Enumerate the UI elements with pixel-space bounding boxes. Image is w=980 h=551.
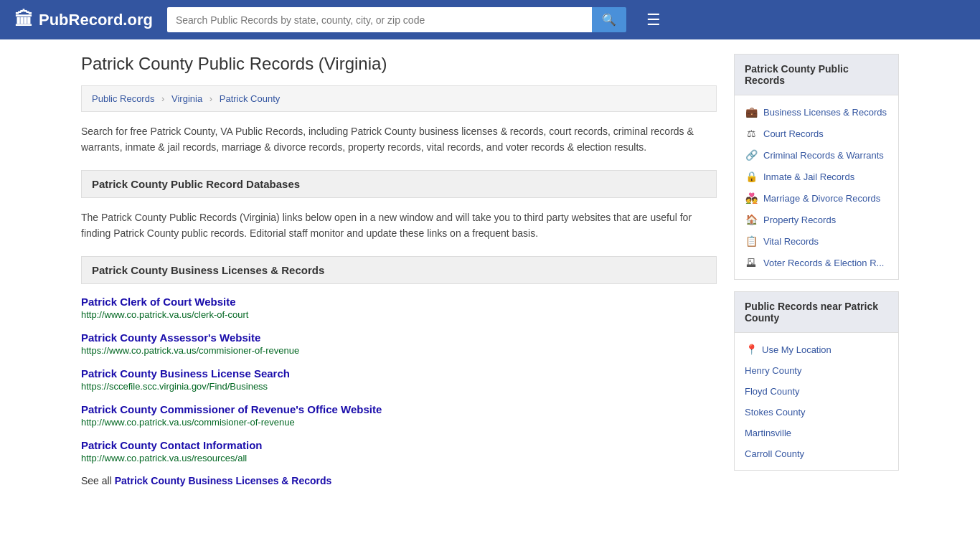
sidebar-nearby-box: Public Records near Patrick County 📍 Use…	[734, 291, 899, 471]
menu-button[interactable]: ☰	[646, 12, 661, 28]
sidebar-link-vital-label: Vital Records	[763, 236, 819, 247]
databases-section-header: Patrick County Public Record Databases	[81, 170, 717, 198]
databases-info-text: The Patrick County Public Records (Virgi…	[81, 209, 717, 242]
see-all-text: See all	[81, 475, 115, 486]
search-button[interactable]: 🔍	[592, 7, 626, 32]
record-url-3[interactable]: http://www.co.patrick.va.us/commisioner-…	[81, 417, 717, 428]
record-entry-0: Patrick Clerk of Court Website http://ww…	[81, 296, 717, 320]
record-url-2[interactable]: https://sccefile.scc.virginia.gov/Find/B…	[81, 381, 717, 392]
sidebar-link-voter-label: Voter Records & Election R...	[763, 258, 884, 268]
main-container: Patrick County Public Records (Virginia)…	[60, 39, 920, 501]
page-description: Search for free Patrick County, VA Publi…	[81, 123, 717, 156]
house-icon: 🏠	[745, 214, 758, 225]
location-icon: 📍	[745, 344, 758, 355]
clipboard-icon: 📋	[745, 235, 758, 247]
sidebar-public-records-body: 💼 Business Licenses & Records ⚖ Court Re…	[735, 95, 898, 279]
sidebar-nearby-henry[interactable]: Henry County	[735, 360, 898, 381]
page-title: Patrick County Public Records (Virginia)	[81, 54, 717, 74]
sidebar-link-voter[interactable]: 🗳 Voter Records & Election R...	[735, 252, 898, 273]
sidebar-link-court-label: Court Records	[763, 128, 824, 139]
record-title-4[interactable]: Patrick County Contact Information	[81, 439, 263, 451]
sidebar-link-vital[interactable]: 📋 Vital Records	[735, 230, 898, 252]
see-all-line: See all Patrick County Business Licenses…	[81, 475, 717, 486]
search-icon: 🔍	[602, 14, 616, 26]
rings-icon: 💑	[745, 192, 758, 204]
sidebar-nearby-carroll[interactable]: Carroll County	[735, 443, 898, 464]
sidebar-link-property[interactable]: 🏠 Property Records	[735, 209, 898, 230]
sidebar-link-inmate-label: Inmate & Jail Records	[763, 171, 854, 182]
sidebar-link-marriage[interactable]: 💑 Marriage & Divorce Records	[735, 187, 898, 209]
see-all-link[interactable]: Patrick County Business Licenses & Recor…	[115, 475, 332, 486]
logo[interactable]: 🏛 PubRecord.org	[14, 9, 153, 31]
record-entry-4: Patrick County Contact Information http:…	[81, 439, 717, 463]
logo-text: PubRecord.org	[39, 11, 153, 29]
breadcrumb-link-public-records[interactable]: Public Records	[92, 93, 154, 104]
record-title-3[interactable]: Patrick County Commissioner of Revenue's…	[81, 403, 382, 415]
scales-icon: ⚖	[745, 128, 758, 139]
record-url-0[interactable]: http://www.co.patrick.va.us/clerk-of-cou…	[81, 309, 717, 320]
sidebar-link-property-label: Property Records	[763, 215, 836, 225]
breadcrumb-link-virginia[interactable]: Virginia	[171, 93, 202, 104]
ballot-icon: 🗳	[745, 257, 758, 268]
sidebar-link-inmate[interactable]: 🔒 Inmate & Jail Records	[735, 166, 898, 187]
sidebar-public-records-header: Patrick County Public Records	[735, 55, 898, 95]
breadcrumb-link-patrick-county[interactable]: Patrick County	[220, 93, 281, 104]
breadcrumb-sep-1: ›	[161, 93, 164, 104]
record-url-4[interactable]: http://www.co.patrick.va.us/resources/al…	[81, 453, 717, 463]
sidebar-link-business[interactable]: 💼 Business Licenses & Records	[735, 101, 898, 123]
sidebar-link-court[interactable]: ⚖ Court Records	[735, 123, 898, 144]
breadcrumb: Public Records › Virginia › Patrick Coun…	[81, 85, 717, 112]
sidebar-link-criminal[interactable]: 🔗 Criminal Records & Warrants	[735, 144, 898, 166]
logo-icon: 🏛	[14, 9, 33, 31]
menu-icon: ☰	[646, 11, 661, 29]
record-title-2[interactable]: Patrick County Business License Search	[81, 367, 290, 380]
records-list: Patrick Clerk of Court Website http://ww…	[81, 296, 717, 463]
record-title-1[interactable]: Patrick County Assessor's Website	[81, 331, 260, 344]
site-header: 🏛 PubRecord.org 🔍 ☰	[0, 0, 980, 39]
business-section-header: Patrick County Business Licenses & Recor…	[81, 256, 717, 284]
lock-icon: 🔒	[745, 171, 758, 182]
sidebar-public-records-box: Patrick County Public Records 💼 Business…	[734, 54, 899, 280]
record-entry-2: Patrick County Business License Search h…	[81, 367, 717, 392]
sidebar-nearby-use-location[interactable]: 📍 Use My Location	[735, 339, 898, 360]
sidebar-nearby-floyd[interactable]: Floyd County	[735, 381, 898, 402]
record-url-1[interactable]: https://www.co.patrick.va.us/commisioner…	[81, 345, 717, 356]
record-title-0[interactable]: Patrick Clerk of Court Website	[81, 296, 236, 308]
sidebar-nearby-body: 📍 Use My Location Henry County Floyd Cou…	[735, 333, 898, 470]
briefcase-icon: 💼	[745, 106, 758, 118]
breadcrumb-sep-2: ›	[209, 93, 212, 104]
record-entry-1: Patrick County Assessor's Website https:…	[81, 331, 717, 356]
sidebar-nearby-stokes[interactable]: Stokes County	[735, 402, 898, 423]
sidebar-nearby-martinsville[interactable]: Martinsville	[735, 423, 898, 443]
search-input[interactable]	[167, 7, 592, 32]
sidebar-link-criminal-label: Criminal Records & Warrants	[763, 150, 884, 161]
sidebar-link-marriage-label: Marriage & Divorce Records	[763, 193, 880, 204]
record-entry-3: Patrick County Commissioner of Revenue's…	[81, 403, 717, 428]
search-area: 🔍	[167, 7, 626, 32]
sidebar-link-business-label: Business Licenses & Records	[763, 107, 887, 118]
sidebar-nearby-header: Public Records near Patrick County	[735, 292, 898, 333]
link-icon: 🔗	[745, 149, 758, 161]
sidebar: Patrick County Public Records 💼 Business…	[734, 54, 899, 486]
content-area: Patrick County Public Records (Virginia)…	[81, 54, 717, 486]
sidebar-nearby-location-label: Use My Location	[762, 344, 831, 355]
